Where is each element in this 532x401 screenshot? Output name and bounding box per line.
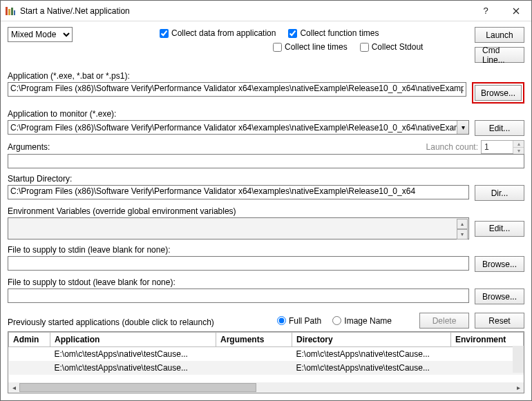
titlebar: Start a Native/.Net application ? (1, 1, 531, 21)
reset-button[interactable]: Reset (475, 313, 524, 329)
dialog-window: Start a Native/.Net application ? Mixed … (0, 0, 532, 401)
startup-dir-input[interactable]: C:\Program Files (x86)\Software Verify\P… (8, 185, 469, 199)
application-label: Application (*.exe, *.bat or *.ps1): (8, 71, 524, 81)
app-monitor-edit-button[interactable]: Edit... (475, 120, 524, 136)
cmdline-button[interactable]: Cmd Line... (475, 47, 524, 63)
stdin-input[interactable] (8, 256, 469, 271)
stdout-label: File to supply to stdout (leave blank fo… (8, 277, 524, 287)
stdout-input[interactable] (8, 288, 469, 303)
image-name-radio[interactable]: Image Name (332, 316, 392, 326)
collect-data-checkbox[interactable]: Collect data from application (160, 27, 276, 39)
application-input[interactable]: C:\Program Files (x86)\Software Verify\P… (8, 82, 466, 97)
collect-function-times-checkbox[interactable]: Collect function times (288, 27, 379, 39)
chevron-up-icon[interactable]: ▴ (457, 219, 468, 229)
collect-stdout-checkbox[interactable]: Collect Stdout (360, 41, 424, 53)
env-vars-label: Environment Variables (override global e… (8, 206, 524, 216)
full-path-radio[interactable]: Full Path (277, 316, 321, 326)
mode-select[interactable]: Mixed Mode (8, 27, 73, 42)
arguments-input[interactable] (8, 154, 524, 168)
application-browse-button[interactable]: Browse... (475, 85, 522, 101)
browse-highlight: Browse... (472, 82, 524, 104)
prev-apps-table[interactable]: Admin Application Arguments Directory En… (8, 331, 524, 393)
delete-button[interactable]: Delete (419, 313, 469, 329)
startup-dir-label: Startup Directory: (8, 174, 524, 184)
chevron-down-icon[interactable]: ▾ (513, 147, 524, 154)
col-application[interactable]: Application (50, 333, 216, 347)
horizontal-scrollbar[interactable]: ◂ ▸ (8, 382, 524, 393)
col-directory[interactable]: Directory (292, 333, 451, 347)
env-vars-input[interactable]: ▴ ▾ (8, 217, 469, 239)
chevron-down-icon[interactable]: ▾ (457, 121, 468, 134)
window-title: Start a Native/.Net application (20, 6, 471, 16)
prev-apps-label: Previously started applications (double … (8, 317, 277, 327)
table-row[interactable]: E:\om\c\testApps\native\testCause... E:\… (9, 361, 524, 375)
help-button[interactable]: ? (471, 1, 501, 21)
launch-button[interactable]: Launch (475, 27, 524, 43)
env-edit-button[interactable]: Edit... (475, 221, 524, 237)
app-icon (5, 6, 16, 17)
app-monitor-select[interactable]: C:\Program Files (x86)\Software Verify\P… (8, 120, 469, 135)
chevron-up-icon[interactable]: ▴ (513, 141, 524, 147)
col-arguments[interactable]: Arguments (216, 333, 292, 347)
svg-rect-0 (6, 7, 8, 15)
scroll-thumb[interactable] (19, 383, 256, 392)
app-monitor-label: Application to monitor (*.exe): (8, 109, 524, 119)
dir-button[interactable]: Dir... (475, 185, 524, 201)
close-button[interactable] (501, 1, 531, 21)
launch-count-group: Launch count: 1 ▴▾ (426, 140, 524, 154)
arguments-label: Arguments: (8, 142, 50, 152)
chevron-left-icon[interactable]: ◂ (8, 382, 19, 393)
chevron-right-icon[interactable]: ▸ (513, 382, 524, 393)
table-row[interactable]: E:\om\c\testApps\native\testCause... E:\… (9, 347, 524, 362)
svg-rect-3 (14, 10, 15, 15)
chevron-down-icon[interactable]: ▾ (457, 229, 468, 239)
col-admin[interactable]: Admin (9, 333, 50, 347)
svg-rect-2 (11, 8, 13, 15)
col-environment[interactable]: Environment (451, 333, 524, 347)
svg-rect-1 (8, 9, 10, 15)
launch-count-stepper[interactable]: 1 ▴▾ (481, 140, 524, 154)
launch-count-label: Launch count: (426, 142, 478, 152)
collect-line-times-checkbox[interactable]: Collect line times (273, 41, 348, 53)
vertical-scrollbar[interactable] (513, 346, 524, 373)
stdin-browse-button[interactable]: Browse... (475, 256, 524, 272)
stdout-browse-button[interactable]: Browse... (475, 288, 524, 304)
stdin-label: File to supply to stdin (leave blank for… (8, 245, 524, 255)
